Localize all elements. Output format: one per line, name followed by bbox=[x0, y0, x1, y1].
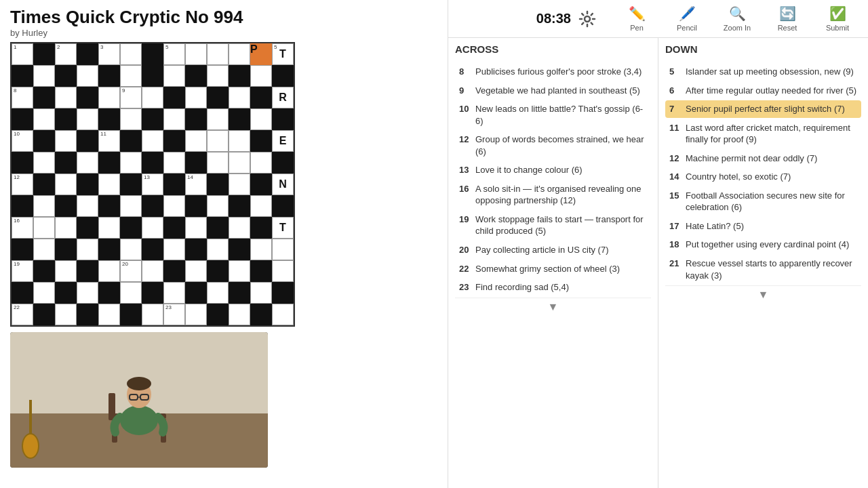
grid-cell[interactable] bbox=[142, 87, 163, 108]
grid-cell[interactable] bbox=[272, 304, 294, 325]
grid-cell[interactable] bbox=[207, 152, 229, 174]
grid-cell[interactable]: 1 bbox=[12, 43, 33, 65]
grid-cell[interactable] bbox=[98, 260, 120, 282]
grid-cell[interactable]: T bbox=[272, 217, 294, 239]
grid-cell[interactable]: 14 bbox=[185, 174, 207, 195]
grid-cell[interactable] bbox=[250, 239, 272, 260]
grid-cell[interactable] bbox=[120, 239, 142, 260]
grid-cell[interactable]: 19 bbox=[12, 260, 33, 282]
grid-cell[interactable]: 23 bbox=[163, 304, 185, 325]
grid-cell[interactable] bbox=[185, 304, 207, 325]
clue-item-20[interactable]: 20Pay collecting article in US city (7) bbox=[455, 241, 651, 259]
grid-cell-highlighted[interactable]: P bbox=[250, 43, 272, 65]
grid-cell[interactable] bbox=[229, 260, 250, 282]
grid-cell[interactable] bbox=[120, 65, 142, 87]
grid-cell[interactable] bbox=[272, 260, 294, 282]
grid-cell[interactable] bbox=[77, 195, 98, 217]
clue-item-7[interactable]: 7Senior pupil perfect after slight switc… bbox=[665, 100, 861, 118]
grid-cell[interactable] bbox=[207, 130, 229, 152]
grid-cell[interactable] bbox=[272, 239, 294, 260]
grid-cell[interactable] bbox=[163, 108, 185, 130]
grid-cell[interactable] bbox=[250, 195, 272, 217]
grid-cell[interactable] bbox=[163, 152, 185, 174]
grid-cell[interactable] bbox=[207, 43, 229, 65]
clue-item-11[interactable]: 11Last word after cricket match, require… bbox=[665, 119, 861, 148]
grid-cell[interactable] bbox=[163, 65, 185, 87]
crossword-grid[interactable]: 1235P5T89R1011E121314N16T19202223 bbox=[10, 42, 295, 327]
clue-item-12[interactable]: 12Group of words becomes strained, we he… bbox=[455, 131, 651, 160]
grid-cell[interactable]: 9 bbox=[120, 87, 142, 108]
grid-cell[interactable] bbox=[163, 282, 185, 304]
grid-cell[interactable]: 3 bbox=[98, 43, 120, 65]
reset-button[interactable]: 🔄 Reset bbox=[770, 5, 804, 32]
clue-item-10[interactable]: 10New leads on little battle? That's gos… bbox=[455, 100, 651, 129]
grid-cell[interactable]: 10 bbox=[12, 130, 33, 152]
grid-cell[interactable] bbox=[98, 87, 120, 108]
grid-cell[interactable] bbox=[229, 304, 250, 325]
clue-item-8[interactable]: 8Publicises furious golfer's poor stroke… bbox=[455, 63, 651, 81]
clue-item-17[interactable]: 17Hate Latin? (5) bbox=[665, 218, 861, 235]
grid-cell[interactable] bbox=[142, 130, 163, 152]
grid-cell[interactable] bbox=[98, 174, 120, 195]
grid-cell[interactable]: 5T bbox=[272, 43, 294, 65]
grid-cell[interactable] bbox=[120, 195, 142, 217]
grid-cell[interactable] bbox=[33, 239, 55, 260]
grid-cell[interactable] bbox=[55, 217, 77, 239]
clue-item-5[interactable]: 5Islander sat up meeting obsession, new … bbox=[665, 63, 861, 81]
grid-cell[interactable] bbox=[33, 65, 55, 87]
clue-item-18[interactable]: 18Put together using every cardinal poin… bbox=[665, 236, 861, 253]
grid-cell[interactable] bbox=[55, 304, 77, 325]
grid-cell[interactable] bbox=[142, 217, 163, 239]
clue-item-21[interactable]: 21Rescue vessel starts to apparently rec… bbox=[665, 255, 861, 284]
grid-cell[interactable] bbox=[120, 282, 142, 304]
down-scroll-down[interactable]: ▼ bbox=[665, 285, 861, 304]
grid-cell[interactable] bbox=[142, 304, 163, 325]
zoom-in-button[interactable]: 🔍 Zoom In bbox=[720, 5, 754, 32]
clue-item-15[interactable]: 15Football Association secures new site … bbox=[665, 187, 861, 216]
grid-cell[interactable]: N bbox=[272, 174, 294, 195]
grid-cell[interactable] bbox=[55, 130, 77, 152]
grid-cell[interactable] bbox=[250, 65, 272, 87]
clue-item-23[interactable]: 23Find recording sad (5,4) bbox=[455, 279, 651, 296]
grid-cell[interactable] bbox=[33, 217, 55, 239]
grid-cell[interactable] bbox=[207, 65, 229, 87]
grid-cell[interactable]: E bbox=[272, 130, 294, 152]
clue-item-14[interactable]: 14Country hotel, so exotic (7) bbox=[665, 168, 861, 186]
grid-cell[interactable] bbox=[185, 87, 207, 108]
grid-cell[interactable] bbox=[55, 260, 77, 282]
grid-cell[interactable]: 2 bbox=[55, 43, 77, 65]
clue-item-9[interactable]: 9Vegetable we had planted in southeast (… bbox=[455, 82, 651, 100]
grid-cell[interactable] bbox=[163, 195, 185, 217]
grid-cell[interactable] bbox=[250, 108, 272, 130]
grid-cell[interactable]: 11 bbox=[98, 130, 120, 152]
grid-cell[interactable] bbox=[98, 304, 120, 325]
grid-cell[interactable] bbox=[229, 87, 250, 108]
settings-icon[interactable] bbox=[578, 9, 597, 28]
grid-cell[interactable] bbox=[163, 239, 185, 260]
grid-cell[interactable] bbox=[207, 108, 229, 130]
grid-cell[interactable] bbox=[207, 282, 229, 304]
grid-cell[interactable] bbox=[185, 260, 207, 282]
grid-cell[interactable] bbox=[185, 43, 207, 65]
grid-cell[interactable] bbox=[229, 174, 250, 195]
grid-cell[interactable] bbox=[229, 217, 250, 239]
grid-cell[interactable] bbox=[250, 282, 272, 304]
grid-cell[interactable] bbox=[77, 108, 98, 130]
grid-cell[interactable] bbox=[120, 43, 142, 65]
grid-cell[interactable] bbox=[229, 130, 250, 152]
grid-cell[interactable] bbox=[229, 43, 250, 65]
grid-cell[interactable] bbox=[229, 152, 250, 174]
grid-cell[interactable] bbox=[207, 195, 229, 217]
grid-cell[interactable] bbox=[77, 282, 98, 304]
grid-cell[interactable] bbox=[55, 174, 77, 195]
grid-cell[interactable]: 12 bbox=[12, 174, 33, 195]
grid-cell[interactable] bbox=[55, 87, 77, 108]
grid-cell[interactable] bbox=[185, 217, 207, 239]
grid-cell[interactable]: 16 bbox=[12, 217, 33, 239]
grid-cell[interactable] bbox=[250, 152, 272, 174]
grid-cell[interactable] bbox=[77, 65, 98, 87]
clue-item-12[interactable]: 12Machine permit not dear oddly (7) bbox=[665, 150, 861, 167]
submit-button[interactable]: ✅ Submit bbox=[821, 5, 854, 32]
clue-item-19[interactable]: 19Work stoppage fails to start — transpo… bbox=[455, 211, 651, 240]
grid-cell[interactable]: 20 bbox=[120, 260, 142, 282]
